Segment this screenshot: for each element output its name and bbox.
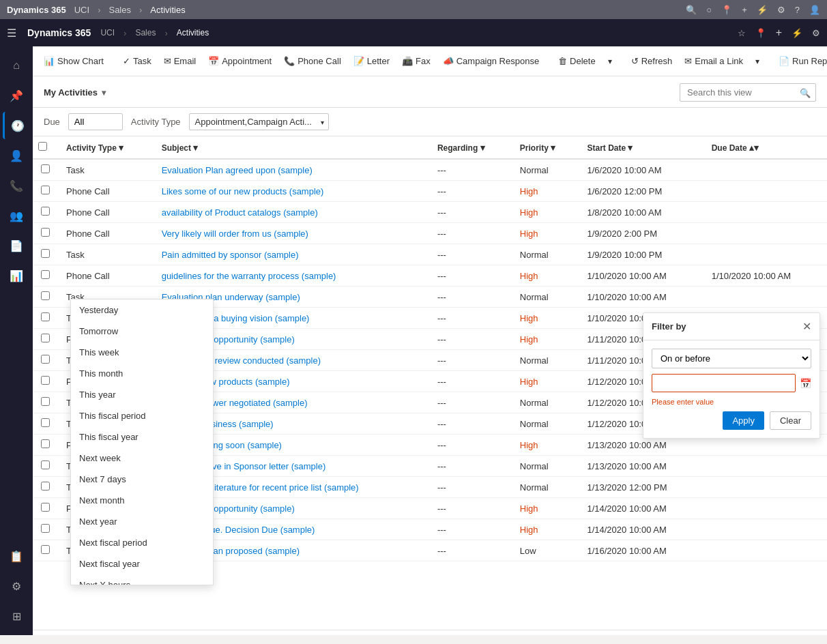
gear-icon-top[interactable]: ⚙ xyxy=(777,5,785,15)
due-dropdown-item[interactable]: Next fiscal period xyxy=(71,532,213,553)
due-dropdown-item[interactable]: Next month xyxy=(71,490,213,511)
letter-button[interactable]: 📝 Letter xyxy=(348,53,395,70)
sidebar-icon-tasks[interactable]: 📋 xyxy=(3,542,30,570)
alpha-btn-g[interactable]: G xyxy=(152,633,165,635)
filter-clear-button[interactable]: Clear xyxy=(770,411,811,430)
col-regarding[interactable]: Regarding ▾ xyxy=(429,136,512,159)
search-input[interactable] xyxy=(680,83,816,102)
sidebar-icon-chart[interactable]: 📊 xyxy=(3,262,30,289)
person-icon-top[interactable]: 👤 xyxy=(809,5,820,15)
alpha-btn-c[interactable]: C xyxy=(97,633,110,635)
row-checkbox-15[interactable] xyxy=(41,482,50,491)
filter-apply-button[interactable]: Apply xyxy=(723,411,764,430)
row-checkbox-9[interactable] xyxy=(41,355,50,364)
sidebar-icon-document[interactable]: 📄 xyxy=(3,232,30,259)
alpha-btn-e[interactable]: E xyxy=(125,633,137,635)
row-checkbox-0[interactable] xyxy=(41,164,50,173)
show-chart-button[interactable]: 📊 Show Chart xyxy=(38,53,109,70)
col-subject[interactable]: Subject ▾ xyxy=(154,136,429,159)
menu-icon[interactable]: ☰ xyxy=(7,27,16,40)
alpha-btn-d[interactable]: D xyxy=(111,633,124,635)
due-dropdown-item[interactable]: This week xyxy=(71,342,213,363)
due-dropdown-item[interactable]: Next year xyxy=(71,511,213,532)
plus-icon-top[interactable]: + xyxy=(742,5,747,15)
alpha-btn-x[interactable]: X xyxy=(332,633,344,635)
sidebar-icon-recent[interactable]: 🕐 xyxy=(3,112,30,139)
activity-type-dropdown[interactable]: Appointment,Campaign Acti... ▾ xyxy=(189,113,329,130)
fax-button[interactable]: 📠 Fax xyxy=(396,53,436,70)
alpha-btn-q[interactable]: Q xyxy=(287,633,300,635)
select-all-checkbox[interactable] xyxy=(38,142,47,151)
filter-panel-close-button[interactable]: ✕ xyxy=(802,320,811,333)
col-priority[interactable]: Priority ▾ xyxy=(512,136,579,159)
alpha-btn-z[interactable]: Z xyxy=(359,633,371,635)
due-dropdown-item[interactable]: Next fiscal year xyxy=(71,553,213,574)
email-button[interactable]: ✉ Email xyxy=(158,53,202,70)
row-checkbox-13[interactable] xyxy=(41,439,50,448)
alpha-btn-all[interactable]: All xyxy=(38,633,55,635)
row-checkbox-8[interactable] xyxy=(41,334,50,342)
email-link-button[interactable]: ✉ Email a Link xyxy=(679,53,749,70)
row-checkbox-18[interactable] xyxy=(41,545,50,554)
filter-calendar-icon[interactable]: 📅 xyxy=(800,378,811,389)
title-chevron-icon[interactable]: ▾ xyxy=(102,88,106,98)
campaign-response-button[interactable]: 📣 Campaign Response xyxy=(437,53,545,70)
alpha-btn-w[interactable]: W xyxy=(315,633,330,635)
alpha-btn-o[interactable]: O xyxy=(259,633,272,635)
alpha-btn-h[interactable]: H xyxy=(166,633,179,635)
sidebar-icon-settings2[interactable]: ⚙ xyxy=(3,572,30,600)
sidebar-icon-person[interactable]: 👤 xyxy=(3,142,30,169)
sidebar-icon-contacts[interactable]: 👥 xyxy=(3,202,30,229)
filter-icon-2[interactable]: ⚡ xyxy=(792,28,802,38)
due-dropdown-item[interactable]: This month xyxy=(71,363,213,384)
help-icon[interactable]: ? xyxy=(795,5,800,15)
row-checkbox-1[interactable] xyxy=(41,186,50,194)
row-checkbox-16[interactable] xyxy=(41,503,50,512)
alpha-btn-k[interactable]: K xyxy=(203,633,216,635)
col-start-date[interactable]: Start Date ▾ xyxy=(579,136,703,159)
alpha-btn-p[interactable]: P xyxy=(274,633,286,635)
dropdown-more-button[interactable]: ▾ xyxy=(603,53,618,70)
alpha-btn-y[interactable]: Y xyxy=(345,633,358,635)
row-checkbox-2[interactable] xyxy=(41,207,50,216)
due-dropdown-select[interactable]: All xyxy=(68,113,123,130)
alpha-btn-l[interactable]: L xyxy=(217,633,229,635)
col-activity-type[interactable]: Activity Type ▾ xyxy=(58,136,154,159)
row-checkbox-10[interactable] xyxy=(41,376,50,385)
alpha-btn-n[interactable]: N xyxy=(245,633,258,635)
alpha-btn-f[interactable]: F xyxy=(139,633,150,635)
row-checkbox-17[interactable] xyxy=(41,524,50,533)
sidebar-icon-pin[interactable]: 📌 xyxy=(3,82,30,109)
refresh-button[interactable]: ↺ Refresh xyxy=(626,53,678,70)
alpha-btn-i[interactable]: I xyxy=(181,633,190,635)
alpha-btn-#[interactable]: # xyxy=(57,633,68,635)
row-checkbox-7[interactable] xyxy=(41,312,50,321)
due-dropdown-item[interactable]: This fiscal year xyxy=(71,426,213,448)
row-checkbox-12[interactable] xyxy=(41,418,50,427)
row-checkbox-5[interactable] xyxy=(41,270,50,279)
filter-date-input[interactable] xyxy=(652,374,796,392)
due-dropdown-item[interactable]: Yesterday xyxy=(71,299,213,321)
due-dropdown-item[interactable]: Next 7 days xyxy=(71,469,213,490)
sidebar-icon-apps[interactable]: ⊞ xyxy=(3,602,30,630)
col-due-date[interactable]: Due Date ▴▾ xyxy=(703,136,827,159)
delete-button[interactable]: 🗑 Delete xyxy=(553,53,601,70)
star-icon[interactable]: ☆ xyxy=(738,28,746,38)
due-dropdown-item[interactable]: Next week xyxy=(71,448,213,469)
alpha-btn-b[interactable]: B xyxy=(83,633,96,635)
sidebar-icon-phone[interactable]: 📞 xyxy=(3,172,30,199)
due-dropdown-item[interactable]: Next X hours xyxy=(71,574,213,585)
row-checkbox-11[interactable] xyxy=(41,397,50,406)
sidebar-icon-home[interactable]: ⌂ xyxy=(3,52,30,79)
due-dropdown-item[interactable]: Tomorrow xyxy=(71,321,213,342)
gear-icon-2[interactable]: ⚙ xyxy=(812,28,820,38)
filter-condition-select[interactable]: On or beforeOn or afterOnBeforeAfter xyxy=(652,349,811,368)
appointment-button[interactable]: 📅 Appointment xyxy=(203,53,277,70)
filter-icon-top[interactable]: ⚡ xyxy=(757,5,768,15)
location-icon[interactable]: 📍 xyxy=(721,5,732,15)
location-icon-2[interactable]: 📍 xyxy=(755,28,766,38)
row-checkbox-6[interactable] xyxy=(41,291,50,300)
search-icon[interactable]: 🔍 xyxy=(686,5,697,15)
settings-circle-icon[interactable]: ○ xyxy=(706,5,712,15)
alpha-btn-v[interactable]: V xyxy=(302,633,314,635)
